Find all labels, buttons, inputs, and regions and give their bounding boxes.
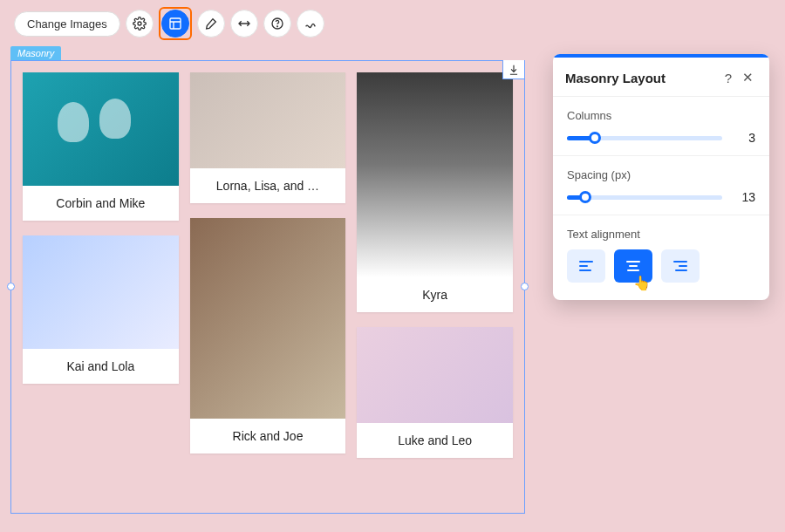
gallery-image (23, 235, 179, 349)
align-center-button[interactable]: 👆 (614, 249, 652, 283)
layout-icon (168, 17, 182, 31)
gallery-card[interactable]: Luke and Leo (357, 327, 513, 458)
change-images-button[interactable]: Change Images (14, 11, 120, 37)
slider-thumb[interactable] (589, 132, 601, 144)
slider-thumb[interactable] (579, 191, 591, 203)
gallery-caption: Lorna, Lisa, and … (190, 168, 346, 203)
download-icon (508, 64, 520, 76)
editor-toolbar: Change Images (14, 7, 324, 40)
panel-close-button[interactable]: ✕ (738, 70, 757, 85)
gallery-selection-frame[interactable]: Corbin and Mike Kai and Lola Lorna, Lisa… (10, 60, 525, 514)
svg-rect-1 (170, 18, 181, 29)
svg-point-0 (138, 22, 141, 25)
gallery-image (357, 327, 513, 423)
stretch-icon (236, 17, 252, 31)
spacing-section: Spacing (px) 13 (553, 156, 769, 215)
columns-label: Columns (567, 109, 755, 122)
gallery-card[interactable]: Corbin and Mike (23, 72, 179, 221)
help-icon (270, 17, 284, 31)
columns-value: 3 (733, 131, 755, 145)
cursor-indicator: 👆 (633, 275, 651, 291)
align-center-icon (626, 261, 640, 271)
alignment-section: Text alignment 👆 (553, 215, 769, 300)
brush-icon (204, 17, 218, 31)
animation-icon (304, 17, 317, 31)
gallery-caption: Luke and Leo (357, 423, 513, 458)
layout-button[interactable] (161, 10, 189, 38)
gallery-card[interactable]: Kai and Lola (23, 235, 179, 384)
gallery-caption: Kyra (357, 277, 513, 312)
layout-settings-panel: Masonry Layout ? ✕ Columns 3 Spacing (px… (553, 54, 769, 300)
gear-icon (133, 17, 147, 31)
gallery-image (190, 72, 346, 168)
gallery-image (190, 218, 346, 419)
gallery-caption: Kai and Lola (23, 349, 179, 384)
columns-section: Columns 3 (553, 97, 769, 156)
gallery-caption: Corbin and Mike (23, 186, 179, 221)
svg-point-3 (276, 26, 277, 27)
gallery-card[interactable]: Kyra (357, 72, 513, 312)
align-left-icon (579, 261, 593, 271)
columns-slider[interactable] (567, 136, 722, 140)
gallery-image (23, 72, 179, 186)
spacing-label: Spacing (px) (567, 168, 755, 181)
animation-button[interactable] (297, 10, 324, 38)
stretch-button[interactable] (230, 10, 258, 38)
design-button[interactable] (197, 10, 225, 38)
gallery-caption: Rick and Joe (190, 419, 346, 454)
panel-help-button[interactable]: ? (719, 71, 738, 85)
gallery-image (357, 72, 513, 277)
spacing-value: 13 (733, 190, 755, 204)
active-tool-highlight (159, 7, 192, 40)
gallery-card[interactable]: Lorna, Lisa, and … (190, 72, 346, 203)
settings-button[interactable] (126, 10, 154, 38)
resize-handle-right[interactable] (521, 283, 529, 290)
alignment-label: Text alignment (567, 228, 755, 241)
help-button[interactable] (263, 10, 291, 38)
spacing-slider[interactable] (567, 195, 722, 200)
download-icon-button[interactable] (502, 60, 525, 79)
align-right-button[interactable] (661, 249, 700, 283)
resize-handle-left[interactable] (7, 283, 15, 290)
align-right-icon (673, 261, 687, 271)
panel-header: Masonry Layout ? ✕ (553, 58, 769, 97)
gallery-card[interactable]: Rick and Joe (190, 218, 346, 454)
align-left-button[interactable] (567, 249, 605, 283)
gallery-canvas: Masonry Corbin and Mike Kai and Lola (10, 48, 525, 515)
panel-title: Masonry Layout (565, 71, 719, 85)
widget-name-tag: Masonry (10, 46, 61, 61)
masonry-grid: Corbin and Mike Kai and Lola Lorna, Lisa… (11, 61, 524, 484)
